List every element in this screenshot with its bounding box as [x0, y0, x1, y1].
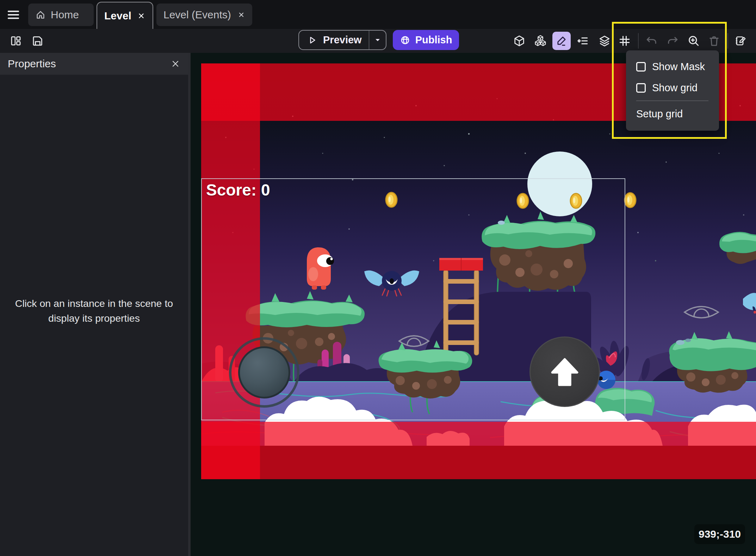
show-grid-label: Show grid [652, 82, 698, 94]
preview-main-segment[interactable]: Preview [299, 34, 369, 46]
gdevelop-editor-window: Home Level Level (Events) Preview [0, 0, 756, 556]
grid-options-icon[interactable] [615, 31, 634, 51]
tab-level[interactable]: Level [97, 2, 153, 29]
joystick-knob [238, 346, 290, 399]
tab-home-label: Home [51, 9, 79, 21]
properties-panel: Properties Click on an instance in the s… [0, 53, 188, 556]
publish-button[interactable]: Publish [393, 30, 459, 50]
setup-grid-label: Setup grid [636, 108, 683, 120]
preview-options-button[interactable] [369, 36, 386, 45]
up-arrow-icon [546, 353, 583, 390]
properties-panel-header: Properties [0, 53, 188, 75]
cursor-coordinates-badge: 939;-310 [694, 524, 745, 544]
tab-level-events[interactable]: Level (Events) [156, 4, 252, 26]
properties-panel-title: Properties [8, 58, 56, 70]
tab-home[interactable]: Home [28, 4, 94, 26]
close-tab-icon[interactable] [237, 11, 245, 19]
edit-mode-pencil-icon[interactable] [552, 32, 571, 50]
joystick-control-instance[interactable] [229, 337, 299, 408]
globe-icon [400, 35, 410, 45]
close-tab-icon[interactable] [137, 12, 145, 20]
tab-level-events-label: Level (Events) [163, 9, 231, 21]
main-menu-button[interactable] [6, 8, 21, 22]
grid-options-menu: Show Mask Show grid Setup grid [626, 50, 719, 131]
preview-button-label: Preview [323, 34, 362, 46]
objects-group-icon[interactable] [531, 31, 550, 51]
show-mask-checkbox[interactable] [636, 62, 646, 72]
instances-list-icon[interactable] [573, 31, 593, 51]
publish-button-label: Publish [415, 34, 452, 46]
save-icon[interactable] [28, 31, 48, 51]
redo-icon[interactable] [663, 31, 682, 51]
preview-button[interactable]: Preview [298, 30, 386, 50]
moon[interactable] [527, 152, 592, 216]
zoom-in-icon[interactable] [684, 31, 704, 51]
chevron-down-icon [373, 36, 382, 45]
project-manager-icon[interactable] [6, 31, 26, 51]
object-cube-icon[interactable] [509, 31, 529, 51]
layers-icon[interactable] [595, 31, 614, 51]
close-panel-icon[interactable] [171, 59, 180, 69]
menu-item-show-mask[interactable]: Show Mask [626, 56, 719, 77]
hamburger-icon [6, 8, 20, 22]
tab-bar: Home Level Level (Events) [0, 0, 756, 29]
panel-resize-divider[interactable] [188, 53, 191, 556]
coin [625, 193, 636, 208]
menu-item-show-grid[interactable]: Show grid [626, 77, 719, 98]
coin [570, 193, 582, 208]
trash-icon[interactable] [704, 31, 724, 51]
show-grid-checkbox[interactable] [636, 83, 646, 93]
home-icon [35, 10, 46, 20]
score-text-instance[interactable]: Score: 0 [206, 180, 270, 199]
undo-icon[interactable] [642, 31, 662, 51]
show-mask-label: Show Mask [652, 61, 705, 73]
toolbar-divider [727, 33, 728, 49]
play-icon [307, 35, 317, 45]
jump-button-instance[interactable] [529, 336, 600, 407]
properties-empty-message: Click on an instance in the scene to dis… [14, 296, 174, 326]
toolbar-divider [638, 33, 639, 49]
menu-item-setup-grid[interactable]: Setup grid [626, 104, 719, 124]
coin [386, 192, 397, 207]
coin [517, 193, 528, 208]
tab-level-label: Level [104, 10, 131, 22]
edit-scene-icon[interactable] [731, 31, 751, 51]
menu-divider [636, 100, 708, 101]
